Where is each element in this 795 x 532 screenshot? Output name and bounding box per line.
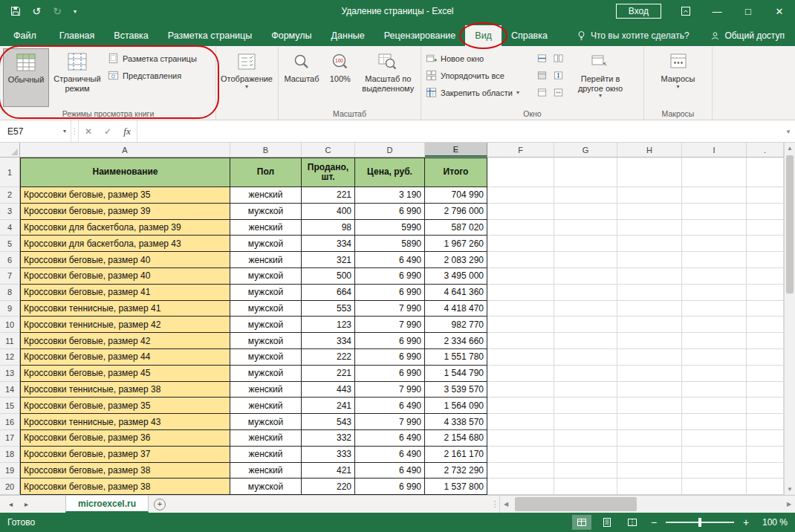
cell[interactable] [747,204,784,220]
cell[interactable]: 6 490 [355,447,425,463]
cell[interactable] [682,285,747,301]
row-header-2[interactable]: 2 [0,187,20,204]
row-header-3[interactable]: 3 [0,204,20,220]
tab-view[interactable]: Вид [465,25,502,46]
cell[interactable]: Кроссовки беговые, размер 42 [20,333,230,349]
column-header-B[interactable]: B [230,143,302,157]
view-normal-button[interactable] [572,515,591,530]
cell[interactable] [617,382,682,398]
formula-bar-splitter[interactable]: ⋮ [71,120,79,142]
cell[interactable]: 2 334 660 [425,333,487,349]
cell[interactable] [487,187,554,204]
cell[interactable] [682,204,747,220]
cell[interactable]: 98 [302,220,355,236]
redo-button[interactable]: ↻ [48,1,67,21]
cell[interactable] [487,479,554,495]
cell[interactable] [682,317,747,333]
cell[interactable] [747,382,784,398]
cell[interactable] [682,398,747,414]
column-header-F[interactable]: F [487,143,554,157]
cell[interactable]: 6 990 [355,333,425,349]
cell[interactable] [487,268,554,285]
cell[interactable] [682,366,747,382]
column-header-C[interactable]: C [302,143,355,157]
cell[interactable]: женский [230,463,302,479]
zoom-slider[interactable] [666,517,734,528]
cell[interactable]: 4 338 570 [425,414,487,430]
cell[interactable] [554,252,617,268]
horizontal-scroll-track[interactable] [512,496,783,513]
cell[interactable]: 4 641 360 [425,285,487,301]
cell[interactable]: 5890 [355,236,425,252]
cell[interactable]: Пол [230,158,302,187]
cell[interactable]: Кроссовки теннисные, размер 42 [20,317,230,333]
cell[interactable] [487,220,554,236]
cell[interactable] [487,447,554,463]
cell[interactable]: 3 539 570 [425,382,487,398]
zoom-button[interactable]: Масштаб [281,48,322,107]
cell[interactable]: 664 [302,285,355,301]
cell[interactable] [747,301,784,317]
cell[interactable]: мужской [230,268,302,285]
cell[interactable] [554,349,617,366]
cell[interactable]: 982 770 [425,317,487,333]
row-header-18[interactable]: 18 [0,447,20,463]
cell[interactable] [747,398,784,414]
tab-formulas[interactable]: Формулы [262,25,321,46]
horizontal-scrollbar[interactable]: ◀ ▶ [499,496,795,513]
cell[interactable]: мужской [230,285,302,301]
enter-button[interactable]: ✓ [98,120,117,142]
cell[interactable] [487,430,554,447]
zoom-in-button[interactable]: + [740,516,752,528]
zoom-slider-thumb[interactable] [698,518,701,527]
cell[interactable]: 587 020 [425,220,487,236]
cell[interactable]: Кроссовки беговые, размер 37 [20,447,230,463]
cell[interactable]: женский [230,447,302,463]
cell[interactable]: 7 990 [355,414,425,430]
cell[interactable] [682,268,747,285]
cell[interactable]: 7 990 [355,301,425,317]
cell[interactable]: женский [230,220,302,236]
cell[interactable]: мужской [230,349,302,366]
cell[interactable]: Кроссовки теннисные, размер 43 [20,414,230,430]
cell[interactable] [747,187,784,204]
view-page-layout-button[interactable] [597,515,617,530]
cell[interactable] [554,366,617,382]
cell[interactable] [617,447,682,463]
page-break-preview-button[interactable]: Страничный режим [49,48,106,107]
vertical-scroll-track[interactable] [785,154,795,484]
tab-review[interactable]: Рецензирование [374,25,466,46]
cell[interactable] [487,349,554,366]
cell[interactable]: 1 544 790 [425,366,487,382]
cell[interactable] [682,301,747,317]
cell[interactable]: 400 [302,204,355,220]
cell[interactable] [487,414,554,430]
column-header-D[interactable]: D [355,143,425,157]
cell[interactable]: 6 490 [355,252,425,268]
cell[interactable]: 321 [302,252,355,268]
row-header-13[interactable]: 13 [0,366,20,382]
cell[interactable] [682,252,747,268]
cell[interactable] [747,479,784,495]
cell[interactable] [554,398,617,414]
cell[interactable]: мужской [230,204,302,220]
freeze-panes-button[interactable]: Закрепить области ▾ [424,85,533,100]
switch-windows-button[interactable]: Перейти в другое окно ▾ [566,48,635,107]
cell[interactable] [617,252,682,268]
cell[interactable]: Кроссовки теннисные, размер 41 [20,301,230,317]
cell[interactable] [554,414,617,430]
custom-views-button[interactable]: Представления [106,68,199,83]
cell[interactable]: 553 [302,301,355,317]
cell[interactable]: Итого [425,158,487,187]
row-header-10[interactable]: 10 [0,317,20,333]
cell[interactable] [487,285,554,301]
qat-customize-button[interactable]: ▾ [68,1,82,21]
display-button[interactable]: Отображение ▾ [218,48,275,107]
scroll-up-button[interactable]: ▲ [785,143,795,154]
cell[interactable] [554,479,617,495]
tab-help[interactable]: Справка [502,25,557,46]
save-button[interactable] [6,1,25,21]
cell[interactable] [747,366,784,382]
scroll-right-button[interactable]: ▶ [783,496,795,513]
cell[interactable] [617,479,682,495]
